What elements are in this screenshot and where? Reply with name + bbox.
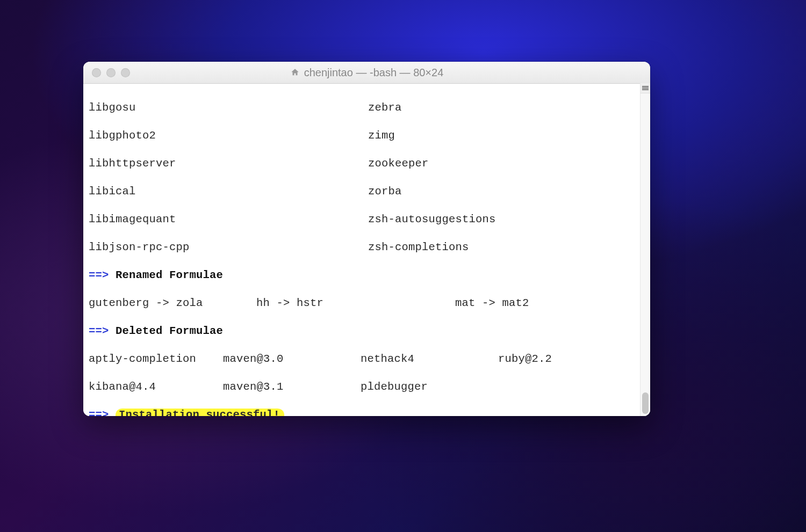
- formula-name: zebra: [368, 101, 402, 115]
- install-success-badge: Installation successful!: [116, 409, 284, 416]
- scroll-up-button[interactable]: [641, 83, 650, 93]
- formula-name: libhttpserver: [89, 157, 368, 171]
- renamed-formula: mat -> mat2: [455, 296, 529, 310]
- deleted-formula: ruby@2.2: [498, 352, 552, 366]
- deleted-formula: nethack4: [361, 352, 498, 366]
- formula-name: zimg: [368, 129, 395, 143]
- deleted-formula: kibana@4.4: [89, 380, 223, 394]
- window-title-text: chenjintao — -bash — 80×24: [304, 67, 444, 79]
- scrollbar[interactable]: [640, 83, 650, 416]
- formula-name: zookeeper: [368, 157, 429, 171]
- formula-name: zsh-autosuggestions: [368, 213, 496, 227]
- scroll-thumb[interactable]: [642, 392, 649, 414]
- arrow-icon: ==>: [89, 409, 116, 416]
- renamed-formula: hh -> hstr: [256, 296, 455, 310]
- formula-name: libjson-rpc-cpp: [89, 241, 368, 254]
- terminal-window: chenjintao — -bash — 80×24 libgosuzebra …: [83, 62, 650, 416]
- formula-name: zsh-completions: [368, 241, 469, 254]
- deleted-formula: maven@3.0: [223, 352, 361, 366]
- formula-name: libical: [89, 185, 368, 199]
- terminal-content[interactable]: libgosuzebra libgphoto2zimg libhttpserve…: [83, 84, 650, 416]
- formula-name: libimagequant: [89, 213, 368, 227]
- formula-name: zorba: [368, 185, 402, 199]
- deleted-formula: maven@3.1: [223, 380, 361, 394]
- arrow-icon: ==>: [89, 325, 116, 337]
- section-header: Renamed Formulae: [116, 269, 223, 281]
- home-icon: [290, 68, 300, 77]
- traffic-lights: [92, 68, 130, 77]
- formula-name: libgphoto2: [89, 129, 368, 143]
- window-titlebar[interactable]: chenjintao — -bash — 80×24: [83, 62, 650, 84]
- deleted-formula: pldebugger: [361, 380, 498, 394]
- deleted-formula: aptly-completion: [89, 352, 223, 366]
- close-button[interactable]: [92, 68, 101, 77]
- zoom-button[interactable]: [121, 68, 130, 77]
- arrow-icon: ==>: [89, 269, 116, 281]
- minimize-button[interactable]: [106, 68, 116, 77]
- window-title: chenjintao — -bash — 80×24: [83, 67, 650, 79]
- formula-name: libgosu: [89, 101, 368, 115]
- renamed-formula: gutenberg -> zola: [89, 296, 256, 310]
- section-header: Deleted Formulae: [116, 325, 223, 337]
